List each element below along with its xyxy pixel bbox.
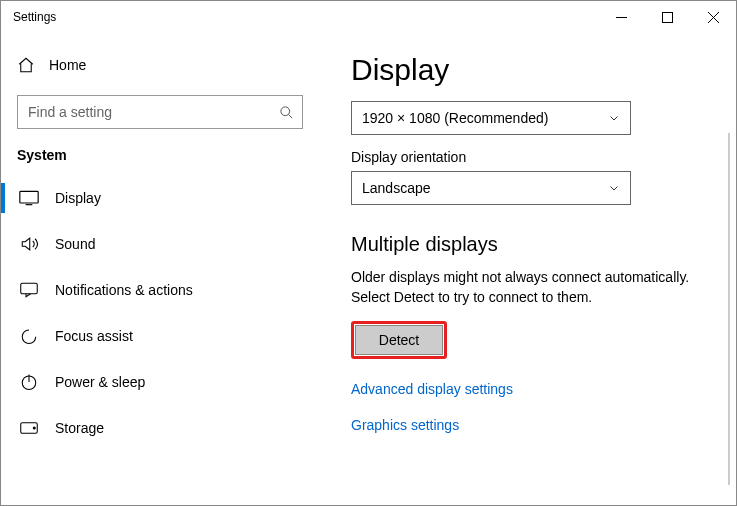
sidebar-item-power-sleep[interactable]: Power & sleep [1, 359, 319, 405]
minimize-icon [616, 12, 627, 23]
sidebar-item-storage[interactable]: Storage [1, 405, 319, 451]
detect-label: Detect [379, 332, 419, 348]
search-icon [279, 105, 294, 120]
sidebar-item-notifications[interactable]: Notifications & actions [1, 267, 319, 313]
svg-point-1 [281, 106, 290, 115]
minimize-button[interactable] [598, 1, 644, 33]
svg-rect-0 [662, 12, 672, 22]
sidebar-item-focus-assist[interactable]: Focus assist [1, 313, 319, 359]
settings-window: Settings Home [0, 0, 737, 506]
detect-button[interactable]: Detect [355, 325, 443, 355]
close-button[interactable] [690, 1, 736, 33]
notifications-icon [19, 282, 39, 298]
power-icon [19, 373, 39, 391]
sidebar-item-display[interactable]: Display [1, 175, 319, 221]
page-title: Display [351, 53, 704, 87]
window-title: Settings [13, 10, 56, 24]
home-link[interactable]: Home [17, 43, 303, 87]
advanced-display-settings-link[interactable]: Advanced display settings [351, 381, 704, 397]
sidebar-item-label: Sound [55, 236, 95, 252]
scrollbar[interactable] [728, 133, 730, 485]
sidebar-item-label: Storage [55, 420, 104, 436]
close-icon [708, 12, 719, 23]
focus-assist-icon [19, 327, 39, 345]
sidebar-item-label: Focus assist [55, 328, 133, 344]
svg-rect-2 [20, 191, 38, 203]
home-icon [17, 56, 35, 74]
svg-rect-3 [21, 283, 38, 294]
storage-icon [19, 421, 39, 435]
resolution-dropdown[interactable]: 1920 × 1080 (Recommended) [351, 101, 631, 135]
detect-highlight: Detect [351, 321, 447, 359]
resolution-value: 1920 × 1080 (Recommended) [362, 110, 548, 126]
sidebar-item-label: Display [55, 190, 101, 206]
multiple-displays-heading: Multiple displays [351, 233, 704, 256]
sidebar-item-label: Power & sleep [55, 374, 145, 390]
nav-list: Display Sound Notifications & actions [1, 175, 319, 451]
svg-point-6 [33, 427, 35, 429]
section-label: System [17, 147, 303, 163]
graphics-settings-link[interactable]: Graphics settings [351, 417, 704, 433]
orientation-value: Landscape [362, 180, 431, 196]
sidebar-item-sound[interactable]: Sound [1, 221, 319, 267]
orientation-dropdown[interactable]: Landscape [351, 171, 631, 205]
search-input[interactable] [26, 103, 279, 121]
orientation-label: Display orientation [351, 149, 704, 165]
search-box[interactable] [17, 95, 303, 129]
chevron-down-icon [608, 112, 620, 124]
maximize-button[interactable] [644, 1, 690, 33]
titlebar: Settings [1, 1, 736, 33]
sidebar: Home System Display [1, 33, 319, 505]
sound-icon [19, 235, 39, 253]
display-icon [19, 190, 39, 206]
home-label: Home [49, 57, 86, 73]
titlebar-controls [598, 1, 736, 33]
main-content: Display 1920 × 1080 (Recommended) Displa… [319, 33, 736, 505]
sidebar-item-label: Notifications & actions [55, 282, 193, 298]
window-body: Home System Display [1, 33, 736, 505]
maximize-icon [662, 12, 673, 23]
multiple-displays-text: Older displays might not always connect … [351, 268, 701, 307]
chevron-down-icon [608, 182, 620, 194]
